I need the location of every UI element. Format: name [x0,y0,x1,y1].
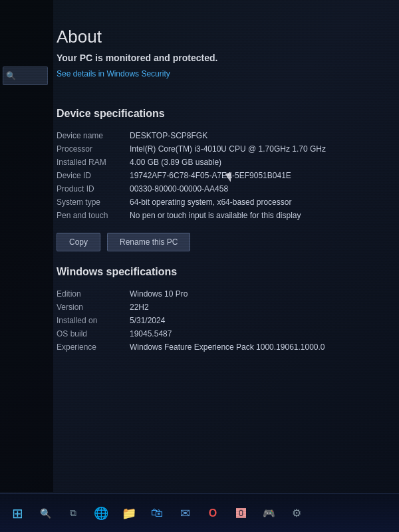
main-container: 🔍 About Your PC is monitored and protect… [0,0,399,532]
spec-value: 22H2 [130,301,392,314]
security-link[interactable]: See details in Windows Security [57,69,170,78]
content-area: About Your PC is monitored and protected… [57,27,392,492]
spec-value: 64-bit operating system, x64-based proce… [130,196,392,209]
spec-value: Windows 10 Pro [130,287,392,301]
table-row: EditionWindows 10 Pro [57,287,392,301]
spec-label: Installed on [57,314,130,327]
settings-taskbar-button[interactable]: ⚙ [285,501,309,525]
table-row: OS build19045.5487 [57,327,392,340]
windows-specs-table: EditionWindows 10 ProVersion22H2Installe… [57,287,392,354]
spec-label: Device name [57,129,130,142]
opera-button[interactable]: O [201,501,225,525]
spec-label: Device ID [57,169,130,182]
mail-button[interactable]: ✉ [173,501,197,525]
spec-value: 4.00 GB (3.89 GB usable) [130,156,392,169]
table-row: Installed on5/31/2024 [57,314,392,327]
spec-label: Processor [57,142,130,156]
spec-value: 5/31/2024 [130,314,392,327]
spec-label: Edition [57,287,130,301]
protection-text: Your PC is monitored and protected. [57,53,392,63]
spec-value: 19045.5487 [130,327,392,340]
store-button[interactable]: 🛍 [145,501,169,525]
table-row: Pen and touchNo pen or touch input is av… [57,209,392,222]
spec-value: 00330-80000-00000-AA458 [130,182,392,196]
table-row: Version22H2 [57,301,392,314]
search-box[interactable]: 🔍 [3,66,48,85]
table-row: Product ID00330-80000-00000-AA458 [57,182,392,196]
file-explorer-button[interactable]: 📁 [117,501,141,525]
spec-label: Installed RAM [57,156,130,169]
search-taskbar-button[interactable]: 🔍 [33,501,57,525]
left-sidebar-strip: 🔍 [0,0,53,492]
rename-pc-button[interactable]: Rename this PC [107,233,190,251]
spec-value: DESKTOP-SCP8FGK [130,129,392,142]
windows-specs-title: Windows specifications [57,266,392,278]
copy-button[interactable]: Copy [57,233,100,251]
table-row: ExperienceWindows Feature Experience Pac… [57,340,392,354]
spec-value: No pen or touch input is available for t… [130,209,392,222]
spec-label: OS build [57,327,130,340]
spec-label: Pen and touch [57,209,130,222]
table-row: Device nameDESKTOP-SCP8FGK [57,129,392,142]
spec-label: Version [57,301,130,314]
spec-label: Product ID [57,182,130,196]
spec-value: 19742AF7-6C78-4F05-A7EA-5EF9051B041E [130,169,392,182]
table-row: Installed RAM4.00 GB (3.89 GB usable) [57,156,392,169]
spec-value: Windows Feature Experience Pack 1000.190… [130,340,392,354]
app7-button[interactable]: 🅾 [229,501,253,525]
start-button[interactable]: ⊞ [5,501,29,525]
spec-value: Intel(R) Core(TM) i3-4010U CPU @ 1.70GHz… [130,142,392,156]
table-row: ProcessorIntel(R) Core(TM) i3-4010U CPU … [57,142,392,156]
table-row: Device ID19742AF7-6C78-4F05-A7EA-5EF9051… [57,169,392,182]
table-row: System type64-bit operating system, x64-… [57,196,392,209]
task-view-button[interactable]: ⧉ [61,501,85,525]
search-icon: 🔍 [6,71,16,80]
spec-label: System type [57,196,130,209]
app8-button[interactable]: 🎮 [257,501,281,525]
page-title: About [57,27,392,47]
spec-label: Experience [57,340,130,354]
device-spec-buttons: Copy Rename this PC [57,233,392,251]
taskbar: ⊞ 🔍 ⧉ 🌐 📁 🛍 ✉ O 🅾 🎮 ⚙ [0,493,399,532]
device-specs-title: Device specifications [57,108,392,120]
edge-button[interactable]: 🌐 [89,501,113,525]
device-specs-table: Device nameDESKTOP-SCP8FGKProcessorIntel… [57,129,392,222]
